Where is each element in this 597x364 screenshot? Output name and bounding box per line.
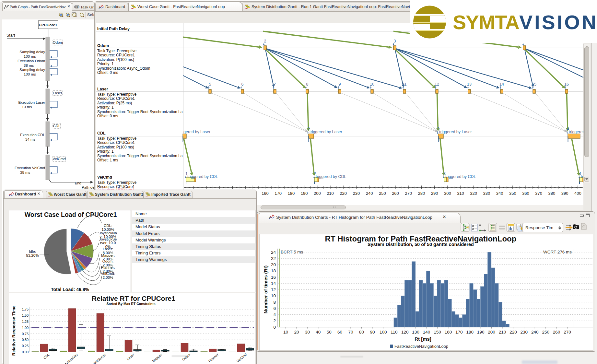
- svg-text:230: 230: [353, 191, 360, 196]
- svg-text:JoystickNav: JoystickNav: [62, 352, 79, 364]
- svg-text:CDL: CDL: [53, 124, 61, 128]
- svg-text:0.75: 0.75: [22, 332, 29, 336]
- svg-text:100 ms: 100 ms: [24, 72, 36, 76]
- svg-text:0.00: 0.00: [22, 350, 29, 354]
- svg-text:JoystickSe: JoystickSe: [99, 237, 117, 241]
- svg-text:Execution Odom: Execution Odom: [18, 59, 45, 63]
- svg-text:390: 390: [561, 191, 568, 196]
- svg-text:Sampling delay: Sampling delay: [19, 50, 45, 54]
- svg-text:End: End: [75, 181, 81, 185]
- svg-text:16: 16: [271, 275, 276, 280]
- svg-text:240: 240: [366, 191, 373, 196]
- svg-text:240: 240: [531, 330, 539, 335]
- svg-text:Execution Laser: Execution Laser: [18, 100, 45, 104]
- svg-text:11: 11: [403, 82, 407, 87]
- svg-text:8: 8: [273, 300, 276, 305]
- svg-text:100 ms: 100 ms: [24, 54, 36, 58]
- svg-text:370: 370: [535, 191, 542, 196]
- svg-text:Total Load: 46.8%: Total Load: 46.8%: [51, 287, 89, 292]
- svg-text:WCRT 276 ms: WCRT 276 ms: [543, 250, 572, 254]
- svg-text:triggered by Laser: triggered by Laser: [569, 130, 583, 134]
- svg-text:340: 340: [496, 191, 503, 196]
- svg-text:290: 290: [431, 191, 438, 196]
- svg-text:Mapper:: Mapper:: [101, 253, 115, 257]
- svg-text:Laser: Laser: [126, 352, 135, 361]
- svg-text:CDL:: CDL:: [104, 224, 112, 228]
- svg-text:Relative RT for CPUCore1: Relative RT for CPUCore1: [92, 295, 175, 302]
- svg-text:System Distribution, 50 of 50: System Distribution, 50 of 50 gantts con…: [368, 242, 474, 247]
- svg-text:80: 80: [359, 330, 364, 335]
- svg-text:180: 180: [288, 191, 295, 196]
- svg-text:200: 200: [314, 191, 321, 196]
- svg-text:1.00: 1.00: [22, 326, 29, 330]
- svg-text:38 ms: 38 ms: [20, 170, 30, 174]
- svg-text:VelCmd: VelCmd: [53, 157, 65, 161]
- svg-text:Number of times (Rt): Number of times (Rt): [263, 265, 268, 313]
- svg-text:34 ms: 34 ms: [25, 137, 36, 141]
- svg-text:220: 220: [509, 330, 517, 335]
- svg-text:OID: OID: [75, 6, 79, 8]
- svg-text:Path del: Path del: [82, 185, 95, 189]
- svg-text:13 ms: 13 ms: [22, 105, 32, 109]
- svg-text:3: 3: [394, 39, 396, 43]
- svg-text:300: 300: [444, 191, 451, 196]
- svg-text:1.75: 1.75: [22, 307, 29, 311]
- svg-text:160: 160: [445, 330, 452, 335]
- svg-text:Laser:: Laser:: [103, 247, 113, 251]
- svg-text:250: 250: [379, 191, 386, 196]
- svg-text:270: 270: [405, 191, 412, 196]
- svg-text:JoystickServer: JoystickServer: [87, 352, 107, 364]
- svg-text:triggered by Laser: triggered by Laser: [439, 130, 472, 134]
- svg-text:270: 270: [564, 330, 571, 335]
- svg-text:JoystickNa: JoystickNa: [99, 231, 117, 235]
- svg-text:15: 15: [532, 82, 536, 87]
- svg-text:20: 20: [271, 262, 276, 267]
- svg-text:triggered by Laser: triggered by Laser: [310, 130, 342, 134]
- svg-text:Sampling delay: Sampling delay: [19, 68, 45, 72]
- svg-text:4: 4: [273, 312, 276, 317]
- svg-text:120: 120: [401, 330, 409, 335]
- svg-text:10: 10: [271, 293, 276, 298]
- svg-text:0.25: 0.25: [22, 344, 29, 348]
- svg-text:18: 18: [271, 268, 276, 273]
- svg-text:100: 100: [380, 330, 387, 335]
- svg-text:360: 360: [522, 191, 529, 196]
- svg-text:VelCmd: VelCmd: [236, 352, 247, 363]
- svg-text:2: 2: [273, 318, 276, 323]
- svg-text:Execution CDL: Execution CDL: [20, 133, 45, 137]
- svg-text:70: 70: [348, 330, 353, 335]
- svg-text:10: 10: [370, 82, 374, 87]
- svg-text:150: 150: [434, 330, 441, 335]
- svg-text:110: 110: [391, 330, 398, 335]
- svg-text:16: 16: [564, 82, 569, 87]
- svg-text:Worst Case Load of CPUCore1: Worst Case Load of CPUCore1: [25, 211, 117, 218]
- svg-text:230: 230: [521, 330, 528, 335]
- svg-text:50: 50: [327, 330, 332, 335]
- svg-text:triggered by CDL: triggered by CDL: [187, 174, 218, 179]
- svg-text:22: 22: [271, 256, 276, 261]
- svg-text:53.20%: 53.20%: [26, 253, 39, 257]
- svg-text:Sele: Sele: [87, 13, 95, 17]
- svg-text:9: 9: [339, 82, 341, 87]
- svg-text:Start: Start: [6, 33, 15, 38]
- svg-text:60: 60: [337, 330, 342, 335]
- svg-text:triggered by CDL: triggered by CDL: [316, 174, 346, 179]
- svg-text:380: 380: [548, 191, 556, 196]
- svg-text:1.50: 1.50: [22, 313, 29, 317]
- svg-text:20: 20: [294, 330, 299, 335]
- svg-text:Mapper: Mapper: [151, 352, 163, 363]
- svg-text:CPUCore1: CPUCore1: [39, 23, 57, 27]
- svg-text:Planner:: Planner:: [101, 265, 115, 269]
- svg-text:140: 140: [423, 330, 430, 335]
- svg-text:250: 250: [542, 330, 549, 335]
- svg-text:160: 160: [262, 191, 269, 196]
- svg-text:FastReactiveNavigationLoop: FastReactiveNavigationLoop: [394, 344, 448, 349]
- svg-text:5: 5: [209, 82, 211, 87]
- svg-text:280: 280: [418, 191, 425, 196]
- svg-text:gered by Laser: gered by Laser: [183, 130, 210, 134]
- svg-text:0: 0: [273, 325, 276, 330]
- svg-text:Planner: Planner: [208, 352, 219, 363]
- svg-text:260: 260: [392, 191, 399, 196]
- svg-text:Relative Response Time: Relative Response Time: [11, 305, 16, 356]
- svg-text:30: 30: [305, 330, 310, 335]
